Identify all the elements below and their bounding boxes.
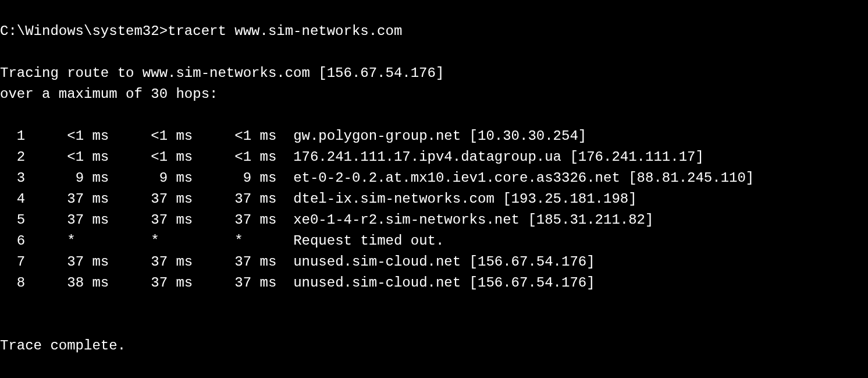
prompt-path: C:\Windows\system32>	[0, 23, 168, 39]
hop-time-2: 37 ms	[109, 254, 193, 270]
hop-host: dtel-ix.sim-networks.com [193.25.181.198…	[293, 191, 637, 207]
hop-time-1: <1 ms	[25, 149, 109, 165]
blank-line	[0, 317, 8, 333]
hop-time-2: 37 ms	[109, 191, 193, 207]
hop-time-3: 37 ms	[193, 191, 276, 207]
hop-time-3: 37 ms	[193, 254, 276, 270]
hop-row: 7 37 ms 37 ms 37 ms unused.sim-cloud.net…	[0, 254, 595, 270]
blank-line	[0, 2, 8, 18]
hop-number: 8	[0, 275, 25, 291]
command-text: tracert www.sim-networks.com	[168, 23, 402, 39]
hop-time-3: <1 ms	[193, 128, 276, 144]
hop-time-3: 37 ms	[193, 212, 276, 228]
hop-number: 3	[0, 170, 25, 186]
hop-time-3: 9 ms	[193, 170, 276, 186]
hop-time-1: 37 ms	[25, 191, 109, 207]
blank-line	[0, 359, 8, 375]
blank-line	[0, 44, 8, 60]
trace-complete: Trace complete.	[0, 338, 126, 354]
prompt-line: C:\Windows\system32>tracert www.sim-netw…	[0, 23, 402, 39]
hop-time-1: 9 ms	[25, 170, 109, 186]
hop-row: 4 37 ms 37 ms 37 ms dtel-ix.sim-networks…	[0, 191, 637, 207]
hop-time-1: <1 ms	[25, 128, 109, 144]
hop-time-2: 37 ms	[109, 212, 193, 228]
hop-time-2: *	[109, 233, 193, 249]
hop-time-1: 37 ms	[25, 212, 109, 228]
terminal-output[interactable]: C:\Windows\system32>tracert www.sim-netw…	[0, 0, 868, 378]
hop-host: unused.sim-cloud.net [156.67.54.176]	[293, 275, 595, 291]
hop-time-2: 37 ms	[109, 275, 193, 291]
hop-host: 176.241.111.17.ipv4.datagroup.ua [176.24…	[293, 149, 704, 165]
hop-time-2: <1 ms	[109, 128, 193, 144]
hop-time-2: <1 ms	[109, 149, 193, 165]
hop-host: xe0-1-4-r2.sim-networks.net [185.31.211.…	[293, 212, 653, 228]
hop-row: 6 * * * Request timed out.	[0, 233, 444, 249]
hop-host: Request timed out.	[293, 233, 444, 249]
hop-row: 1 <1 ms <1 ms <1 ms gw.polygon-group.net…	[0, 128, 586, 144]
hop-number: 1	[0, 128, 25, 144]
hop-number: 6	[0, 233, 25, 249]
hop-row: 2 <1 ms <1 ms <1 ms 176.241.111.17.ipv4.…	[0, 149, 704, 165]
hop-host: gw.polygon-group.net [10.30.30.254]	[293, 128, 586, 144]
blank-line	[0, 107, 8, 123]
hop-time-1: 38 ms	[25, 275, 109, 291]
hops-list: 1 <1 ms <1 ms <1 ms gw.polygon-group.net…	[0, 126, 868, 294]
hop-row: 3 9 ms 9 ms 9 ms et-0-2-0.2.at.mx10.iev1…	[0, 170, 754, 186]
hop-time-1: *	[25, 233, 109, 249]
hop-row: 5 37 ms 37 ms 37 ms xe0-1-4-r2.sim-netwo…	[0, 212, 653, 228]
hop-host: et-0-2-0.2.at.mx10.iev1.core.as3326.net …	[293, 170, 754, 186]
hop-time-1: 37 ms	[25, 254, 109, 270]
hop-time-3: *	[193, 233, 276, 249]
hop-number: 2	[0, 149, 25, 165]
hop-time-3: 37 ms	[193, 275, 276, 291]
hop-host: unused.sim-cloud.net [156.67.54.176]	[293, 254, 595, 270]
tracing-header-1: Tracing route to www.sim-networks.com [1…	[0, 65, 444, 81]
hop-number: 5	[0, 212, 25, 228]
hop-time-2: 9 ms	[109, 170, 193, 186]
tracing-header-2: over a maximum of 30 hops:	[0, 86, 218, 102]
hop-number: 4	[0, 191, 25, 207]
hop-row: 8 38 ms 37 ms 37 ms unused.sim-cloud.net…	[0, 275, 595, 291]
hop-time-3: <1 ms	[193, 149, 276, 165]
hop-number: 7	[0, 254, 25, 270]
